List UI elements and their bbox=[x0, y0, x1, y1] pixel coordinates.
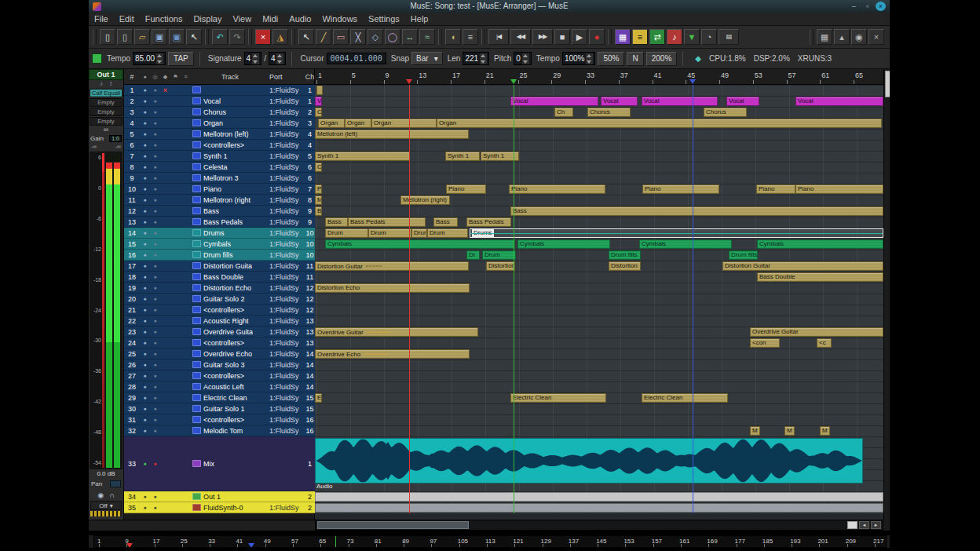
menu-settings[interactable]: Settings bbox=[363, 13, 405, 25]
list-editor-button[interactable]: ≡ bbox=[632, 29, 648, 45]
arranger-part[interactable]: Organ bbox=[437, 119, 882, 128]
close-icon[interactable]: × bbox=[876, 2, 886, 11]
tempo-spinbox[interactable]: 85.00 bbox=[133, 52, 166, 65]
titlebar[interactable]: MusE: Song: test - [MusE: Arranger] — Mu… bbox=[89, 0, 890, 13]
track-channel[interactable]: 10 bbox=[305, 251, 315, 259]
gain-value[interactable]: 1:0 bbox=[109, 135, 122, 142]
track-row[interactable]: 34●●Out 12 bbox=[124, 491, 315, 502]
track-port[interactable]: 1:FluidSy bbox=[269, 185, 305, 193]
track-channel[interactable]: 14 bbox=[305, 383, 315, 391]
tempo-led-icon[interactable] bbox=[92, 53, 102, 64]
ruler-marker-icon[interactable] bbox=[689, 79, 696, 84]
record-arm-icon[interactable]: ● bbox=[140, 87, 150, 93]
undo-button[interactable]: ↶ bbox=[212, 29, 228, 45]
menu-file[interactable]: File bbox=[89, 13, 114, 25]
track-channel[interactable]: 13 bbox=[305, 317, 315, 325]
record-button[interactable]: ● bbox=[589, 29, 605, 45]
arranger-part[interactable]: Bass Double bbox=[757, 272, 883, 282]
track-channel[interactable]: 9 bbox=[305, 207, 315, 215]
track-port[interactable]: 1:FluidSy bbox=[269, 427, 305, 435]
track-channel[interactable]: 1 bbox=[305, 86, 315, 94]
record-arm-icon[interactable]: ● bbox=[140, 197, 150, 203]
record-arm-icon[interactable]: ● bbox=[140, 351, 150, 356]
track-row[interactable]: 35●●FluidSynth-01:FluidSy2 bbox=[124, 502, 315, 513]
track-row[interactable]: 11●●Mellotron (right1:FluidSy8 bbox=[124, 195, 315, 206]
track-row[interactable]: 25●●Overdrive Echo1:FluidSy14 bbox=[124, 348, 315, 359]
track-channel[interactable]: 2 bbox=[305, 504, 315, 512]
rewind-button[interactable]: ◀◀ bbox=[510, 29, 531, 45]
track-row[interactable]: 8●●Celesta1:FluidSy6 bbox=[124, 162, 315, 173]
track-row[interactable]: 31●●<controllers>1:FluidSy16 bbox=[124, 414, 315, 425]
eraser-tool-button[interactable]: ▭ bbox=[333, 29, 349, 45]
menu-windows[interactable]: Windows bbox=[316, 13, 363, 25]
audio-waveform-part[interactable] bbox=[315, 438, 863, 483]
toolbar-handle[interactable] bbox=[608, 29, 612, 45]
record-arm-icon[interactable]: ● bbox=[140, 153, 150, 159]
track-row[interactable]: 28●●Acoustic Left1:FluidSy14 bbox=[124, 381, 315, 392]
track-channel[interactable]: 11 bbox=[305, 262, 315, 270]
track-row[interactable]: 4●●Organ1:FluidSy3 bbox=[124, 118, 315, 129]
record-arm-icon[interactable]: ● bbox=[140, 175, 150, 181]
track-row[interactable]: 10●●Piano1:FluidSy7 bbox=[124, 184, 315, 195]
slide-tool-button[interactable]: ↔ bbox=[402, 29, 418, 45]
track-port[interactable]: 1:FluidSy bbox=[269, 86, 305, 94]
list-view-button[interactable]: ≡ bbox=[463, 29, 478, 45]
arranger-part[interactable]: M bbox=[750, 426, 760, 436]
track-state-icon[interactable]: ● bbox=[150, 285, 160, 290]
note-icon[interactable]: ♪ bbox=[100, 80, 103, 88]
track-channel[interactable]: 11 bbox=[305, 273, 315, 281]
track-channel[interactable]: 4 bbox=[305, 141, 315, 149]
snap-grid-button[interactable]: ▦ bbox=[817, 29, 832, 45]
pan-knob[interactable] bbox=[110, 480, 121, 487]
track-state-icon[interactable]: ● bbox=[150, 296, 160, 301]
track-port[interactable]: 1:FluidSy bbox=[269, 284, 305, 292]
track-channel[interactable]: 10 bbox=[305, 240, 315, 248]
arranger-part[interactable]: Electric Clean bbox=[510, 393, 606, 403]
record-arm-icon[interactable]: ● bbox=[140, 461, 150, 466]
track-state-icon[interactable]: ● bbox=[150, 219, 160, 224]
track-port[interactable]: 1:FluidSy bbox=[269, 328, 305, 336]
track-row[interactable]: 20●●Guitar Solo 21:FluidSy12 bbox=[124, 294, 315, 305]
panic-button[interactable]: × bbox=[255, 29, 271, 45]
save-as-button[interactable]: ▣ bbox=[169, 29, 185, 45]
track-state-icon[interactable]: ● bbox=[150, 406, 160, 411]
arranger-part[interactable]: Chorus bbox=[587, 108, 631, 117]
arranger-part[interactable]: Bass bbox=[325, 217, 348, 227]
track-state-icon[interactable]: ● bbox=[150, 186, 160, 192]
arranger-part[interactable]: Drum bbox=[325, 228, 368, 238]
record-arm-icon[interactable]: ● bbox=[140, 186, 150, 192]
bar-ruler[interactable]: 1591317212529333741454953576165 bbox=[315, 69, 883, 85]
track-row[interactable]: 5●●Mellotron (left)1:FluidSy4 bbox=[124, 129, 315, 140]
arranger-part[interactable]: Piano bbox=[446, 184, 486, 194]
track-port[interactable]: 1:FluidSy bbox=[269, 251, 305, 259]
track-row[interactable]: 6●●<controllers>1:FluidSy4 bbox=[124, 140, 315, 151]
arranger-part[interactable]: Cymbals bbox=[325, 239, 515, 249]
arranger-part[interactable]: Drum bbox=[368, 228, 411, 238]
track-port[interactable]: 1:FluidSy bbox=[269, 152, 305, 160]
mute-tool-button[interactable]: ◯ bbox=[385, 29, 400, 45]
hscroll-right-button[interactable]: ▸ bbox=[871, 521, 881, 529]
track-port[interactable]: 1:FluidSy bbox=[269, 273, 305, 281]
marker-view-button[interactable]: ▼ bbox=[684, 29, 700, 45]
arranger-part[interactable]: Piano bbox=[509, 184, 605, 194]
track-channel[interactable]: 1 bbox=[305, 460, 315, 468]
record-arm-icon[interactable]: ● bbox=[140, 230, 150, 235]
track-state-icon[interactable]: ● bbox=[150, 164, 160, 170]
arranger-part[interactable] bbox=[315, 492, 883, 502]
track-channel[interactable]: 10 bbox=[305, 229, 315, 237]
track-row[interactable]: 26●●Guitar Solo 31:FluidSy14 bbox=[124, 359, 315, 370]
arranger-part[interactable]: Mellotron (left) bbox=[315, 130, 469, 139]
arranger-part[interactable]: Overdrive Guitar bbox=[750, 327, 883, 337]
track-state-icon[interactable]: ● bbox=[150, 98, 160, 104]
track-state-icon[interactable]: ● bbox=[150, 417, 160, 422]
arranger-part[interactable]: Ch bbox=[554, 108, 573, 117]
menu-midi[interactable]: Midi bbox=[257, 13, 283, 25]
vertical-scrollbar-thumb[interactable] bbox=[885, 71, 890, 97]
maximize-icon[interactable]: ▫ bbox=[862, 2, 872, 11]
track-port[interactable]: 1:FluidSy bbox=[269, 405, 305, 413]
track-state-icon[interactable]: ● bbox=[150, 87, 160, 93]
menu-functions[interactable]: Functions bbox=[140, 13, 188, 25]
pointer-tool-button[interactable]: ↖ bbox=[298, 29, 314, 45]
track-state-icon[interactable]: ● bbox=[150, 274, 160, 279]
open-button[interactable]: ▱ bbox=[134, 29, 150, 45]
